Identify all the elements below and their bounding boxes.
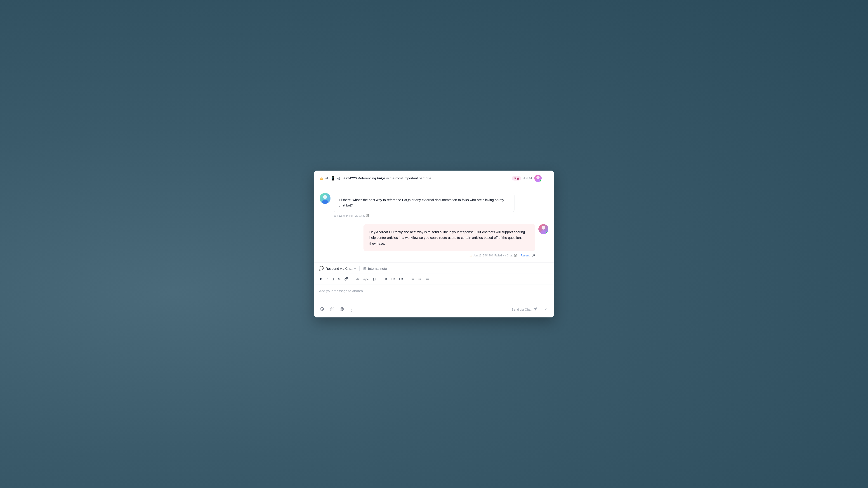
emoji-button[interactable] <box>339 306 345 313</box>
align-button[interactable] <box>425 276 431 282</box>
chat-window: ⚠ 📱 ◎ #234220 Referencing FAQs is the mo… <box>314 170 554 318</box>
strikethrough-button[interactable]: S <box>337 276 342 282</box>
agent-message-bubble: Hey Andrea! Currently, the best way is t… <box>364 224 535 252</box>
signal-icon <box>325 176 329 180</box>
svg-point-6 <box>323 195 327 199</box>
svg-point-24 <box>418 279 419 279</box>
footer-actions-right: Send via Chat <box>509 305 549 314</box>
chat-bubble-icon: 💬 <box>366 214 369 217</box>
toolbar-sep-2 <box>380 277 380 281</box>
header-status-icons: ⚠ 📱 ◎ <box>320 176 340 181</box>
conversation-date: Jun 14 <box>523 176 532 180</box>
user-message-meta: Jun 12, 5:54 PM via Chat 💬 <box>334 214 515 217</box>
failed-warning-icon: ⚠ <box>469 254 472 257</box>
compose-header: 💬 Respond via Chat ▾ ⊞ Internal note <box>314 263 554 273</box>
phone-icon: 📱 <box>331 176 336 181</box>
warning-icon: ⚠ <box>320 176 323 181</box>
user-avatar <box>320 193 331 204</box>
svg-point-30 <box>340 307 344 311</box>
user-message-row: Hi there, what's the best way to referen… <box>320 193 548 217</box>
indent-button[interactable] <box>354 276 361 282</box>
underline-button[interactable]: U <box>330 276 336 282</box>
h3-button[interactable]: H3 <box>398 277 404 282</box>
agent-message-meta: ⚠ Jun 12, 5:54 PM Failed via Chat 💬 · Re… <box>364 253 535 258</box>
target-icon: ◎ <box>337 176 340 180</box>
attachment-button[interactable] <box>329 306 335 313</box>
agent-message-text: Hey Andrea! Currently, the best way is t… <box>369 230 525 246</box>
send-button[interactable]: Send via Chat <box>509 305 540 314</box>
respond-chat-icon: 💬 <box>319 266 324 271</box>
respond-via-button[interactable]: 💬 Respond via Chat ▾ <box>319 266 356 271</box>
h1-button[interactable]: H1 <box>382 277 389 282</box>
user-message-via: via Chat <box>355 214 365 217</box>
svg-text:3.: 3. <box>411 279 412 281</box>
unordered-list-button[interactable] <box>417 276 423 282</box>
online-indicator <box>539 180 541 182</box>
svg-point-9 <box>541 226 545 230</box>
internal-note-button[interactable]: ⊞ Internal note <box>363 266 387 271</box>
chevron-down-icon: ▾ <box>354 267 356 270</box>
send-button-label: Send via Chat <box>512 308 531 311</box>
snippet-button[interactable] <box>319 306 325 313</box>
compose-footer: ⋮ Send via Chat <box>314 302 554 318</box>
more-options-icon[interactable]: ⋮ <box>544 175 548 181</box>
svg-point-31 <box>341 308 342 309</box>
italic-button[interactable]: I <box>325 276 329 282</box>
send-dropdown-button[interactable] <box>542 306 549 313</box>
message-input-area[interactable]: Add your message to Andrea <box>314 285 554 302</box>
svg-rect-2 <box>327 177 328 180</box>
svg-point-32 <box>342 308 343 309</box>
bug-badge[interactable]: Bug <box>512 176 521 181</box>
agent-message-timestamp: Jun 12, 5:54 PM <box>473 254 493 257</box>
svg-rect-0 <box>325 178 326 180</box>
footer-actions-left: ⋮ <box>319 306 355 313</box>
compose-area: 💬 Respond via Chat ▾ ⊞ Internal note B I… <box>314 263 554 318</box>
toolbar-sep-3 <box>407 277 407 281</box>
link-button[interactable] <box>343 276 349 282</box>
send-divider <box>541 307 541 312</box>
h2-button[interactable]: H2 <box>390 277 397 282</box>
chat-messages: Hi there, what's the best way to referen… <box>314 186 554 263</box>
agent-online-dot <box>546 232 548 234</box>
more-options-footer-button[interactable]: ⋮ <box>348 306 355 313</box>
user-message-bubble: Hi there, what's the best way to referen… <box>334 193 515 213</box>
svg-marker-34 <box>534 307 537 311</box>
resend-link[interactable]: Resend <box>521 254 530 257</box>
svg-point-3 <box>536 176 539 179</box>
svg-point-23 <box>418 278 419 278</box>
send-arrow-icon <box>533 307 537 312</box>
svg-rect-1 <box>327 177 327 180</box>
code-button[interactable]: </> <box>362 277 370 282</box>
svg-point-25 <box>418 280 419 280</box>
respond-via-label: Respond via Chat <box>326 267 352 270</box>
internal-note-label: Internal note <box>368 267 387 270</box>
agent-message-row: Hey Andrea! Currently, the best way is t… <box>320 224 548 258</box>
conversation-header: ⚠ 📱 ◎ #234220 Referencing FAQs is the mo… <box>314 170 554 186</box>
failed-text: Failed via Chat <box>494 254 513 257</box>
cursor-indicator: ↗ <box>532 253 535 258</box>
user-message-timestamp: Jun 12, 5:54 PM <box>334 214 353 217</box>
conversation-title: #234220 Referencing FAQs is the most imp… <box>344 176 509 180</box>
failed-chat-icon: 💬 <box>514 254 517 257</box>
agent-avatar-header <box>534 175 541 182</box>
code-block-button[interactable]: {} <box>371 277 377 282</box>
note-icon: ⊞ <box>363 266 366 271</box>
agent-avatar-message <box>538 224 548 234</box>
user-message-text: Hi there, what's the best way to referen… <box>339 198 504 207</box>
separator-dot: · <box>519 254 519 257</box>
editor-toolbar: B I U S </> {} H1 <box>314 273 554 285</box>
bold-button[interactable]: B <box>319 276 324 282</box>
ordered-list-button[interactable]: 1. 2. 3. <box>409 276 415 282</box>
message-placeholder-text[interactable]: Add your message to Andrea <box>319 289 549 293</box>
